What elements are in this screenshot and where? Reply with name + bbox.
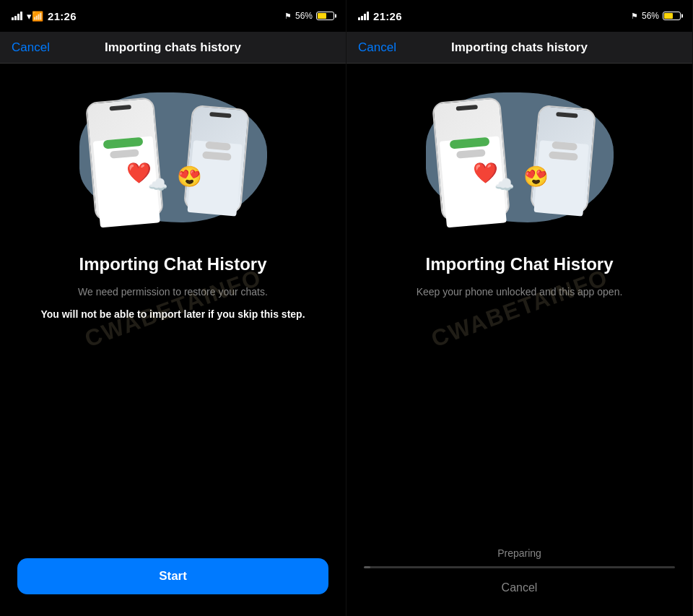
status-left-right: 21:26 (358, 10, 402, 22)
nav-bar-right: Cancel Importing chats history (346, 32, 692, 64)
chat-bubble-green-right (449, 137, 489, 149)
status-bar-right: 21:26 ⚑ 56% (346, 0, 692, 32)
status-right-left: ⚑ 56% (284, 11, 334, 21)
nav-title-right: Importing chats history (451, 40, 588, 55)
phone-right-left-device (431, 97, 510, 222)
start-button[interactable]: Start (17, 558, 328, 594)
nav-bar-left: Cancel Importing chats history (0, 32, 346, 64)
bottom-area-right: Preparing Cancel (346, 536, 692, 616)
bottom-area-left: Start (0, 547, 346, 616)
chat-bubble-gray-right-2 (549, 151, 578, 160)
content-right: ❤️ ☁️ 😍 CWABETAINFO Importing Chat Histo… (346, 64, 692, 536)
chat-bubble-right-gray (204, 142, 230, 151)
watermark-right: CWABETAINFO (427, 264, 611, 352)
phone-notch-left (109, 105, 131, 111)
main-title-right: Importing Chat History (425, 254, 613, 274)
status-bar-left: ▾📶 21:26 ⚑ 56% (0, 0, 346, 32)
illustration-left: ❤️ ☁️ 😍 (65, 78, 282, 237)
status-right-right: ⚑ 56% (631, 11, 681, 21)
main-title-left: Importing Chat History (79, 254, 266, 274)
smiley-emoji-left: 😍 (177, 165, 202, 188)
chat-bubble-gray-2 (202, 151, 232, 160)
signal-icon-right (358, 12, 369, 20)
phone-right-device (183, 105, 249, 214)
bold-warning-left: You will not be able to import later if … (40, 307, 305, 322)
phone-notch-right-right (556, 112, 578, 118)
signal-icon (12, 12, 22, 20)
phone-notch-right-left (456, 105, 477, 111)
location-icon-right: ⚑ (631, 12, 638, 21)
nav-title-left: Importing chats history (105, 40, 241, 55)
content-left: ❤️ ☁️ 😍 CWABETAINFO Importing Chat Histo… (0, 64, 346, 547)
left-panel: ▾📶 21:26 ⚑ 56% Cancel Importing chats hi… (0, 0, 346, 616)
sub-text-left: We need permission to restore your chats… (78, 285, 268, 300)
sub-text-right: Keep your phone unlocked and this app op… (417, 285, 623, 300)
progress-label: Preparing (497, 547, 541, 559)
cancel-button-left[interactable]: Cancel (12, 40, 50, 55)
phone-notch-right (209, 112, 231, 118)
battery-percent-left: 56% (295, 11, 313, 21)
status-left: ▾📶 21:26 (12, 10, 77, 22)
right-panel: 21:26 ⚑ 56% Cancel Importing chats histo… (346, 0, 693, 616)
phone-right-right-device (529, 105, 596, 214)
battery-icon-right (663, 12, 681, 20)
chat-bubble-right-gray-right (551, 142, 577, 151)
cloud-emoji-left: ☁️ (148, 175, 167, 194)
wifi-icon: ▾📶 (27, 11, 43, 22)
location-icon: ⚑ (284, 12, 292, 21)
battery-percent-right: 56% (642, 11, 659, 21)
cancel-button-right[interactable]: Cancel (358, 40, 396, 55)
battery-icon-left (316, 12, 334, 20)
illustration-right: ❤️ ☁️ 😍 (411, 78, 628, 237)
progress-fill (364, 566, 370, 568)
chat-bubble-gray-1 (109, 149, 139, 158)
progress-track (364, 566, 675, 568)
progress-cancel-button[interactable]: Cancel (502, 581, 538, 594)
status-time-right: 21:26 (373, 10, 402, 22)
progress-area: Preparing Cancel (364, 547, 675, 594)
cloud-emoji-right: ☁️ (494, 175, 514, 194)
smiley-emoji-right: 😍 (523, 165, 549, 188)
chat-bubble-gray-right-1 (456, 149, 485, 158)
status-time-left: 21:26 (48, 10, 77, 22)
phone-left-device (84, 97, 163, 222)
chat-bubble-green (103, 137, 143, 149)
